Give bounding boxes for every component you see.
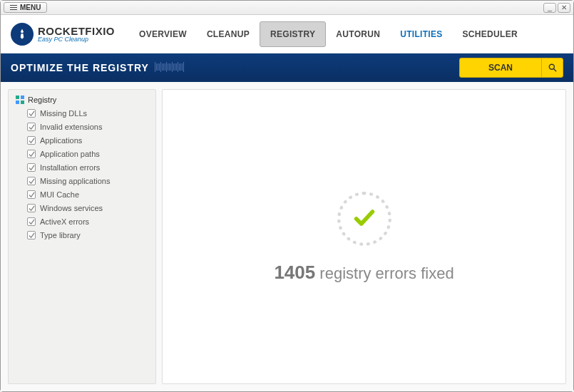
tree-item-label: Missing applications bbox=[40, 177, 110, 185]
tree-item-label: Invalid extensions bbox=[40, 123, 102, 131]
header: ROCKETFIXIO Easy PC Cleanup OVERVIEW CLE… bbox=[1, 15, 573, 53]
checkbox[interactable] bbox=[27, 204, 36, 212]
tree-item-label: Applications bbox=[40, 136, 82, 145]
checkbox[interactable] bbox=[27, 123, 36, 131]
checkbox[interactable] bbox=[27, 136, 36, 145]
nav-tabs: OVERVIEW CLEANUP REGISTRY AUTORUN UTILIT… bbox=[129, 16, 528, 52]
checkbox[interactable] bbox=[27, 109, 36, 118]
tab-overview[interactable]: OVERVIEW bbox=[129, 16, 197, 52]
close-button[interactable]: ✕ bbox=[558, 3, 570, 13]
svg-rect-3 bbox=[21, 96, 24, 99]
scan-label: SCAN bbox=[460, 63, 541, 73]
close-icon: ✕ bbox=[561, 4, 567, 11]
result-count: 1405 bbox=[274, 262, 315, 283]
tree-item[interactable]: Applications bbox=[27, 136, 148, 145]
scan-button[interactable]: SCAN bbox=[459, 58, 563, 78]
action-bar: OPTIMIZE THE REGISTRY SCAN bbox=[1, 53, 573, 82]
tree-root-label: Registry bbox=[28, 96, 56, 104]
logo-title: ROCKETFIXIO bbox=[38, 26, 115, 36]
tree-item[interactable]: Application paths bbox=[27, 150, 148, 158]
minimize-icon: _ bbox=[548, 4, 552, 11]
tree-item-label: MUI Cache bbox=[40, 190, 79, 199]
result-text: 1405 registry errors fixed bbox=[274, 262, 453, 284]
tab-utilities[interactable]: UTILITIES bbox=[390, 16, 452, 52]
rocket-icon bbox=[11, 23, 34, 46]
svg-rect-5 bbox=[21, 100, 24, 104]
svg-rect-4 bbox=[16, 100, 19, 104]
minimize-button[interactable]: _ bbox=[543, 3, 556, 13]
tree-item-label: ActiveX errors bbox=[40, 217, 89, 226]
tree-item[interactable]: Missing DLLs bbox=[27, 109, 148, 118]
window-controls: _ ✕ bbox=[543, 3, 570, 13]
checkbox[interactable] bbox=[27, 190, 36, 199]
success-icon bbox=[336, 190, 393, 247]
menu-label: MENU bbox=[20, 4, 41, 11]
search-icon bbox=[541, 58, 563, 77]
tree-item[interactable]: Type library bbox=[27, 231, 148, 239]
tab-registry[interactable]: REGISTRY bbox=[260, 21, 326, 47]
tab-autorun[interactable]: AUTORUN bbox=[326, 16, 390, 52]
tree-item-label: Installation errors bbox=[40, 163, 100, 172]
content: Registry Missing DLLs Invalid extensions… bbox=[1, 82, 573, 391]
page-title-text: OPTIMIZE THE REGISTRY bbox=[11, 62, 149, 73]
app-window: MENU _ ✕ ROCKETFIXIO Easy PC Cleanup OVE… bbox=[0, 0, 574, 392]
menu-button[interactable]: MENU bbox=[4, 2, 47, 13]
main-panel: 1405 registry errors fixed bbox=[162, 89, 566, 384]
logo: ROCKETFIXIO Easy PC Cleanup bbox=[11, 23, 115, 46]
tab-cleanup[interactable]: CLEANUP bbox=[197, 16, 260, 52]
sidebar: Registry Missing DLLs Invalid extensions… bbox=[8, 89, 156, 384]
logo-subtitle: Easy PC Cleanup bbox=[38, 36, 115, 43]
registry-icon bbox=[16, 96, 24, 104]
svg-line-1 bbox=[553, 69, 555, 71]
tab-scheduler[interactable]: SCHEDULER bbox=[453, 16, 528, 52]
tree-item-label: Type library bbox=[40, 231, 81, 239]
tree-list: Missing DLLs Invalid extensions Applicat… bbox=[16, 109, 148, 239]
tree-root[interactable]: Registry bbox=[16, 96, 148, 104]
tree-item-label: Missing DLLs bbox=[40, 109, 87, 118]
tree-item[interactable]: Installation errors bbox=[27, 163, 148, 172]
result-label: registry errors fixed bbox=[319, 264, 453, 282]
title-bar: MENU _ ✕ bbox=[1, 1, 573, 15]
ruler-icon bbox=[155, 63, 184, 72]
svg-rect-2 bbox=[16, 96, 19, 99]
checkbox[interactable] bbox=[27, 217, 36, 226]
tree-item[interactable]: ActiveX errors bbox=[27, 217, 148, 226]
page-title: OPTIMIZE THE REGISTRY bbox=[11, 62, 184, 73]
checkbox[interactable] bbox=[27, 163, 36, 172]
tree-item[interactable]: Windows services bbox=[27, 204, 148, 212]
checkbox[interactable] bbox=[27, 231, 36, 239]
checkbox[interactable] bbox=[27, 150, 36, 158]
checkbox[interactable] bbox=[27, 177, 36, 185]
tree-item[interactable]: MUI Cache bbox=[27, 190, 148, 199]
hamburger-icon bbox=[10, 4, 17, 11]
tree-item-label: Windows services bbox=[40, 204, 103, 212]
tree-item-label: Application paths bbox=[40, 150, 100, 158]
tree-item[interactable]: Invalid extensions bbox=[27, 123, 148, 131]
tree-item[interactable]: Missing applications bbox=[27, 177, 148, 185]
